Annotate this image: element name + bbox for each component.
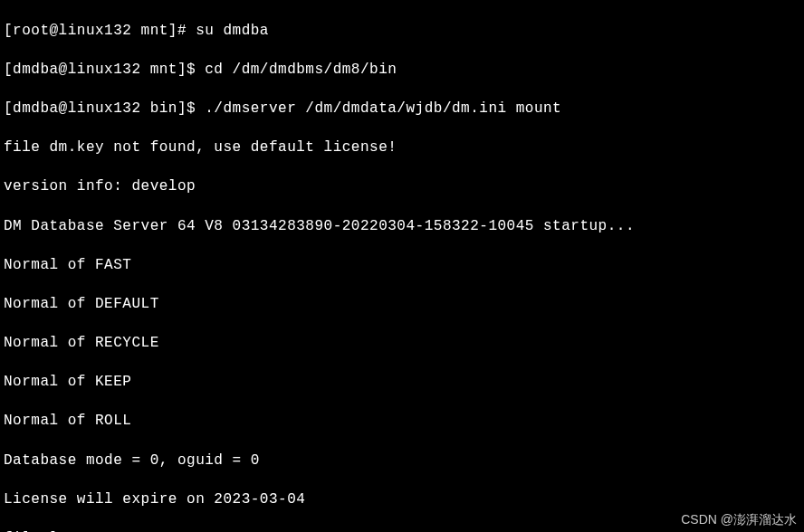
prompt-line: [dmdba@linux132 mnt]$ cd /dm/dmdbms/dm8/…: [4, 61, 800, 81]
output-line: Normal of KEEP: [4, 373, 800, 393]
output-line: file dm.key not found, use default licen…: [4, 138, 800, 158]
output-line: Database mode = 0, oguid = 0: [4, 451, 800, 471]
prompt-line: [root@linux132 mnt]# su dmdba: [4, 22, 800, 42]
output-line: DM Database Server 64 V8 03134283890-202…: [4, 217, 800, 237]
watermark-text: CSDN @澎湃溜达水: [681, 511, 797, 528]
output-line: version info: develop: [4, 177, 800, 197]
prompt-line: [dmdba@linux132 bin]$ ./dmserver /dm/dmd…: [4, 100, 800, 119]
output-line: Normal of FAST: [4, 256, 800, 276]
output-line: Normal of ROLL: [4, 412, 800, 432]
terminal-output[interactable]: [root@linux132 mnt]# su dmdba [dmdba@lin…: [0, 0, 804, 532]
output-line: Normal of DEFAULT: [4, 295, 800, 315]
output-line: License will expire on 2023-03-04: [4, 490, 800, 510]
output-line: Normal of RECYCLE: [4, 334, 800, 354]
